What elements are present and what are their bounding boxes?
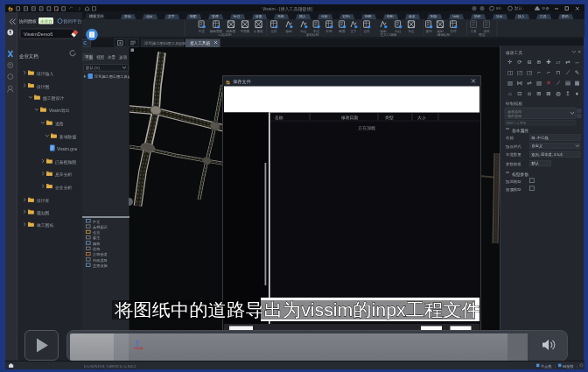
svg-text:中文: 中文 [93,220,100,224]
svg-text:修改工具: 修改工具 [505,50,522,55]
svg-text:车道数量: 车道数量 [506,152,522,157]
svg-text:正在加载: 正在加载 [358,125,375,130]
svg-text:横断面图: 横断面图 [210,30,223,33]
svg-text:自定义: 自定义 [532,144,543,148]
svg-text:工具: 工具 [540,15,547,18]
svg-text:标高: 标高 [325,29,332,33]
svg-text:预设样式: 预设样式 [505,144,522,150]
svg-text:接入工具箱: 接入工具箱 [190,40,210,46]
svg-text:⌐: ⌐ [537,69,541,75]
svg-text:◍: ◍ [556,90,561,96]
svg-text:|: | [577,364,578,368]
svg-text:查询: 查询 [425,30,432,33]
svg-text:结构: 结构 [342,14,350,18]
svg-text:附属模型: 附属模型 [506,187,522,193]
svg-text:标注: 标注 [198,29,206,33]
svg-text:绘制: 绘制 [285,30,292,33]
svg-text:体量: 体量 [256,14,262,18]
svg-text:⌐: ⌐ [547,69,550,75]
svg-text:Vissim导出: Vissim导出 [49,108,70,113]
svg-text:|: | [555,364,556,368]
svg-text:✛: ✛ [508,59,512,65]
svg-text:标注: 标注 [233,14,241,18]
svg-text:▦: ▦ [574,80,579,86]
svg-text:体量: 体量 [108,55,116,60]
svg-text:断面: 断面 [339,30,346,33]
svg-text:帮助: 帮助 [562,14,569,18]
svg-text:预览模型: 预览模型 [505,179,522,185]
svg-text:大小: 大小 [417,116,426,120]
svg-text:城市道路: 城市道路 [507,114,522,118]
svg-text:施工图设计: 施工图设计 [42,95,64,101]
svg-text:竣工图纸: 竣工图纸 [37,222,53,228]
svg-text:♦: ♦ [576,90,579,96]
svg-text:✕: ✕ [546,80,550,86]
svg-text:默认 ·: 默认 · [514,6,524,11]
svg-text:开始: 开始 [124,14,131,18]
svg-text:系统: 系统 [277,14,284,18]
svg-text:↔: ↔ [574,59,579,65]
svg-text:管理: 管理 [212,14,219,18]
svg-text:绘制模板: 绘制模板 [506,102,522,107]
svg-text:⧉: ⧉ [528,59,532,65]
svg-text:VissimDemo6: VissimDemo6 [24,32,52,37]
svg-text:默认: 默认 [531,161,540,165]
svg-text:接入: 接入 [518,14,525,18]
svg-text:将图纸中的道路导出为vissim的inpx工程文件: 将图纸中的道路导出为vissim的inpx工程文件 [114,300,480,319]
svg-text:✚: ✚ [546,59,550,65]
svg-text:✎: ✎ [575,69,579,75]
svg-text:深化施工图出图工具箱模板: 深化施工图出图工具箱模板 [144,40,191,46]
svg-text:市政道路: 市政道路 [93,258,108,263]
svg-text:道路: 道路 [270,29,277,33]
svg-text:钢筋: 钢筋 [364,14,372,18]
svg-text:项目: 项目 [146,15,153,18]
svg-text:⇌: ⇌ [527,80,532,86]
svg-text:节点数: 节点数 [541,364,552,368]
svg-text:预制: 预制 [387,14,394,18]
svg-text:修改日期: 修改日期 [340,115,358,120]
svg-text:默认 (V): 默认 (V) [85,66,100,70]
svg-text:Vissim.gne: Vissim.gne [57,147,78,151]
svg-text:高程标识: 高程标识 [93,225,108,230]
svg-text:双向, 四车道, 3.5米: 双向, 四车道, 3.5米 [532,152,564,157]
svg-text:规划图: 规划图 [37,210,50,216]
svg-text:名称: 名称 [506,136,514,140]
svg-text:⌂: ⌂ [508,90,512,96]
svg-text:协同平台: 协同平台 [63,18,82,25]
svg-text:模板文件: 模板文件 [88,14,105,18]
svg-text:设计库: 设计库 [36,198,50,203]
svg-text:▱: ▱ [556,59,561,65]
svg-text:已有视频图: 已有视频图 [55,159,76,165]
svg-text:链接数: 链接数 [562,364,574,368]
svg-text:车道: 车道 [408,29,415,33]
svg-text:?: ? [9,63,11,67]
svg-text:⋈: ⋈ [517,80,522,86]
svg-text:参数模板: 参数模板 [506,162,522,166]
svg-text:交叉: 交叉 [350,29,357,33]
svg-text:分析: 分析 [321,14,328,18]
svg-text:网格: 网格 [93,242,100,246]
svg-text:平面: 平面 [85,54,94,60]
svg-text:交通设施: 交通设施 [93,263,108,268]
svg-text:⊡: ⊡ [517,90,522,96]
svg-text:⊓: ⊓ [556,69,561,75]
svg-text:特征: 特征 [395,30,402,33]
svg-text:企业文档: 企业文档 [19,53,38,60]
svg-text:◳: ◳ [527,69,532,75]
svg-text:▤: ▤ [565,80,570,86]
svg-text:道路: 道路 [55,122,64,127]
svg-text:纵断面: 纵断面 [227,29,236,33]
svg-text:管理: 管理 [450,29,457,33]
svg-text:插入: 插入 [299,14,306,18]
svg-text:设计输入: 设计输入 [36,71,53,77]
svg-text:↥: ↥ [565,90,570,96]
svg-text:导出: 导出 [496,14,503,18]
svg-text:平面图: 平面图 [241,29,250,33]
svg-text:设计图: 设计图 [36,83,50,88]
svg-text:模型参数: 模型参数 [512,172,528,177]
svg-text:登录: 登录 [542,6,550,11]
svg-text:W37 / 可变电: W37 / 可变电 [507,121,527,125]
svg-text:选项: 选项 [119,55,128,60]
svg-text:企业分析: 企业分析 [55,185,72,189]
svg-text:◫: ◫ [508,69,513,75]
